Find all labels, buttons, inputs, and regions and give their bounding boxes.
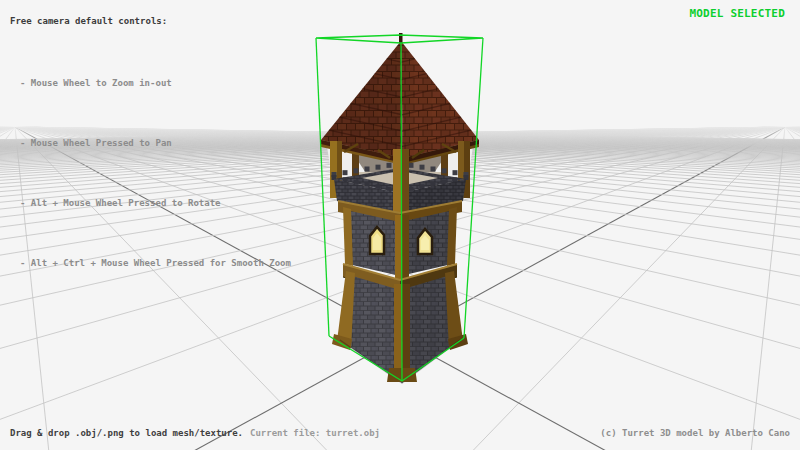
grid-line bbox=[791, 127, 800, 450]
grid-line bbox=[791, 127, 800, 450]
grid-line bbox=[0, 127, 3, 450]
help-list: - Mouse Wheel to Zoom in-out - Mouse Whe… bbox=[20, 33, 291, 293]
grid-line bbox=[788, 127, 800, 450]
grid-line bbox=[0, 127, 11, 450]
grid-line bbox=[790, 127, 800, 450]
model-viewer-window: { "header": { "help": { "title": "Free c… bbox=[0, 0, 800, 450]
grid-line bbox=[0, 127, 5, 450]
grid-line bbox=[790, 127, 800, 450]
grid-line bbox=[795, 127, 800, 450]
grid-line bbox=[0, 127, 11, 450]
grid-line bbox=[0, 127, 12, 450]
current-file-label: Current file: turret.obj bbox=[250, 428, 380, 438]
grid-line bbox=[0, 127, 1, 450]
grid-line bbox=[787, 127, 800, 450]
battlement-tooth bbox=[431, 167, 436, 172]
credit-label: (c) Turret 3D model by Alberto Cano bbox=[600, 428, 790, 438]
grid-line bbox=[789, 127, 800, 450]
grid-line bbox=[794, 127, 800, 450]
grid-line bbox=[0, 127, 14, 450]
grid-line bbox=[0, 127, 12, 450]
grid-line bbox=[796, 127, 800, 450]
battlement-tooth bbox=[420, 165, 425, 170]
grid-line bbox=[794, 127, 800, 450]
grid-line bbox=[786, 127, 800, 450]
grid-line bbox=[789, 127, 800, 450]
help-item: - Mouse Wheel Pressed to Pan bbox=[20, 133, 291, 153]
grid-line bbox=[0, 127, 7, 450]
grid-line bbox=[0, 127, 8, 450]
grid-line bbox=[0, 127, 5, 450]
footer-hint: Drag & drop .obj/.png to load mesh/textu… bbox=[10, 428, 380, 438]
grid-line bbox=[793, 127, 800, 450]
grid-line bbox=[0, 127, 9, 450]
grid-line bbox=[0, 127, 6, 450]
turret-model[interactable] bbox=[321, 33, 479, 383]
grid-line bbox=[0, 127, 8, 450]
grid-line bbox=[793, 127, 800, 450]
battlement-tooth bbox=[387, 163, 392, 168]
grid-line bbox=[0, 127, 13, 450]
grid-line bbox=[0, 127, 11, 450]
battlement-tooth bbox=[376, 165, 381, 170]
grid-line bbox=[792, 127, 800, 450]
grid-line bbox=[0, 127, 13, 450]
grid-line bbox=[785, 127, 800, 450]
grid-line bbox=[788, 127, 800, 450]
grid-line bbox=[0, 127, 10, 450]
bbox-edge bbox=[316, 38, 329, 336]
grid-line bbox=[795, 127, 800, 450]
grid-line bbox=[791, 127, 800, 450]
grid-line bbox=[0, 127, 10, 450]
grid-line bbox=[0, 127, 4, 450]
help-item: - Alt + Ctrl + Mouse Wheel Pressed for S… bbox=[20, 253, 291, 273]
grid-line bbox=[788, 127, 800, 450]
grid-line bbox=[796, 127, 800, 450]
grid-line bbox=[786, 127, 800, 450]
grid-line bbox=[0, 127, 4, 450]
grid-line bbox=[0, 127, 1, 450]
battlement-tooth bbox=[453, 170, 458, 175]
grid-line bbox=[0, 127, 7, 450]
battlement-tooth bbox=[343, 170, 348, 175]
grid-line bbox=[0, 127, 15, 450]
grid-line bbox=[789, 127, 800, 450]
grid-line bbox=[794, 127, 800, 450]
grid-line bbox=[0, 127, 5, 450]
help-title: Free camera default controls: bbox=[10, 16, 167, 26]
battlement-tooth bbox=[442, 168, 447, 173]
grid-line bbox=[792, 127, 800, 450]
grid-line bbox=[787, 127, 800, 450]
grid-line bbox=[787, 127, 800, 450]
grid-line bbox=[792, 127, 800, 450]
grid-line bbox=[0, 127, 2, 450]
grid-line bbox=[787, 127, 800, 450]
grid-line bbox=[0, 127, 1, 450]
battlement-tooth bbox=[354, 168, 359, 173]
model-selected-badge: MODEL SELECTED bbox=[689, 7, 785, 20]
grid-line bbox=[0, 127, 14, 450]
battlement-tooth bbox=[464, 175, 469, 180]
grid-line bbox=[0, 127, 8, 450]
grid-line bbox=[0, 127, 9, 450]
battlement-tooth bbox=[365, 167, 370, 172]
grid-line bbox=[0, 127, 6, 450]
grid-line bbox=[0, 127, 14, 450]
roof bbox=[321, 33, 479, 163]
grid-line bbox=[0, 127, 13, 450]
grid-line bbox=[653, 127, 785, 450]
battlement-tooth bbox=[409, 163, 414, 168]
grid-line bbox=[797, 127, 800, 450]
grid-line bbox=[0, 127, 7, 450]
grid-line bbox=[791, 127, 800, 450]
grid-line bbox=[0, 127, 9, 450]
drag-drop-hint: Drag & drop .obj/.png to load mesh/textu… bbox=[10, 428, 243, 438]
grid-line bbox=[0, 127, 6, 450]
grid-line bbox=[0, 127, 3, 450]
grid-line bbox=[786, 127, 800, 450]
help-item: - Mouse Wheel to Zoom in-out bbox=[20, 73, 291, 93]
grid-line bbox=[0, 127, 4, 450]
battlement-tooth bbox=[332, 175, 337, 180]
grid-line bbox=[0, 127, 12, 450]
grid-line bbox=[796, 127, 800, 450]
